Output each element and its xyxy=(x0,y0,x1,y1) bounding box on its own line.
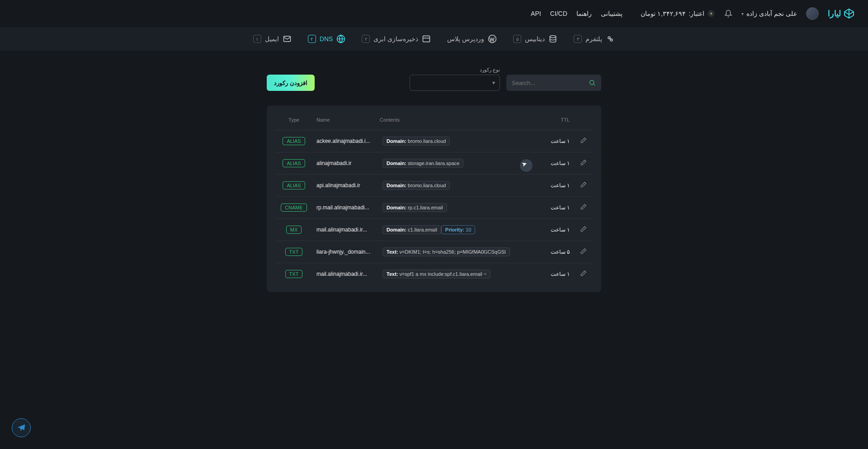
tab-database[interactable]: دیتابیس ۵ xyxy=(513,34,557,43)
record-contents: Domain: bromo.liara.cloud xyxy=(375,130,538,152)
record-contents: Text: v=spf1 a mx include:spf.c1.liara.e… xyxy=(375,263,538,285)
type-pill: TXT xyxy=(285,248,303,256)
th-name: Name xyxy=(312,110,375,130)
storage-icon xyxy=(422,34,431,43)
table-row: CNAMErp.mail.alinajmabadi...Domain: rp.c… xyxy=(276,197,592,219)
link-api[interactable]: API xyxy=(531,10,541,17)
th-type: Type xyxy=(276,110,312,130)
brand-logo[interactable]: لیارا xyxy=(828,8,854,19)
credit-display[interactable]: اعتبار: ۱,۳۴۲,۶۹۴ تومان xyxy=(641,9,716,18)
edit-icon[interactable] xyxy=(580,226,587,233)
type-pill: ALIAS xyxy=(283,181,305,189)
header-links: پشتیبانی راهنما CI/CD API xyxy=(531,10,623,17)
record-ttl: ۱ ساعت xyxy=(538,175,574,197)
tab-label: ایمیل xyxy=(265,35,279,43)
tab-label: ذخیره‌سازی ابری xyxy=(373,35,418,43)
main-content: نوع رکورد ▾ افزودن رکورد Type Name Conte… xyxy=(0,51,868,308)
user-name-text: علی نجم آبادی زاده xyxy=(746,10,797,17)
edit-icon[interactable] xyxy=(580,137,587,144)
edit-icon[interactable] xyxy=(580,181,587,189)
avatar[interactable] xyxy=(806,7,819,20)
telegram-icon xyxy=(17,423,26,432)
edit-icon[interactable] xyxy=(580,159,587,166)
tab-badge: ۵ xyxy=(513,35,521,43)
record-contents: Domain: bromo.liara.cloud xyxy=(375,175,538,197)
table-row: ALIASapi.alinajmabadi.irDomain: bromo.li… xyxy=(276,175,592,197)
top-header: لیارا علی نجم آبادی زاده ▾ اعتبار: ۱,۳۴۲… xyxy=(0,0,868,27)
chevron-down-icon: ▾ xyxy=(741,11,744,16)
tab-badge: ۲ xyxy=(308,35,316,43)
cube-icon xyxy=(844,8,854,19)
globe-icon xyxy=(336,34,345,43)
controls-row: نوع رکورد ▾ افزودن رکورد xyxy=(267,67,601,91)
record-type-select-wrap: نوع رکورد ▾ xyxy=(410,67,500,91)
search-input[interactable] xyxy=(512,80,585,86)
flash-icon xyxy=(707,9,715,18)
link-support[interactable]: پشتیبانی xyxy=(601,10,623,17)
record-name: mail.alinajmabadi.ir... xyxy=(312,263,375,285)
record-contents: Domain: c1.liara.emailPriority: 10 xyxy=(375,219,538,241)
record-ttl: ۵ ساعت xyxy=(538,241,574,263)
tab-email[interactable]: ایمیل ۱ xyxy=(253,34,292,43)
table-row: TXTliara-jhwnjy._domain...Text: v=DKIM1;… xyxy=(276,241,592,263)
record-name: liara-jhwnjy._domain... xyxy=(312,241,375,263)
tab-label: وردپرس پلاس xyxy=(447,35,484,43)
subnav: پلتفرم ۳ دیتابیس ۵ وردپرس پلاس ذخیره‌ساز… xyxy=(0,27,868,51)
record-type-select[interactable]: ▾ xyxy=(410,75,500,91)
wordpress-icon xyxy=(488,34,497,43)
link-cicd[interactable]: CI/CD xyxy=(550,10,567,17)
type-pill: MX xyxy=(286,226,302,234)
edit-icon[interactable] xyxy=(580,203,587,211)
brand-text: لیارا xyxy=(828,9,841,19)
database-icon xyxy=(548,34,557,43)
platform-icon xyxy=(606,34,615,43)
type-pill: TXT xyxy=(285,270,303,278)
select-label: نوع رکورد xyxy=(410,67,500,73)
record-name: api.alinajmabadi.ir xyxy=(312,175,375,197)
record-name: ackee.alinajmabadi.i... xyxy=(312,130,375,152)
th-ttl: TTL xyxy=(538,110,574,130)
tab-label: DNS xyxy=(320,35,333,43)
type-pill: ALIAS xyxy=(283,137,305,145)
record-ttl: ۱ ساعت xyxy=(538,263,574,285)
table-row: ALIASalinajmabadi.irDomain: storage.iran… xyxy=(276,152,592,175)
telegram-button[interactable] xyxy=(12,418,31,437)
record-contents: Domain: rp.c1.liara.email xyxy=(375,197,538,219)
svg-rect-5 xyxy=(423,36,430,42)
record-name: rp.mail.alinajmabadi... xyxy=(312,197,375,219)
svg-point-3 xyxy=(550,36,556,38)
svg-point-8 xyxy=(590,80,594,85)
user-menu[interactable]: علی نجم آبادی زاده ▾ xyxy=(741,10,797,17)
link-guide[interactable]: راهنما xyxy=(576,10,592,17)
add-record-button[interactable]: افزودن رکورد xyxy=(267,75,315,91)
table-row: MXmail.alinajmabadi.ir...Domain: c1.liar… xyxy=(276,219,592,241)
type-pill: ALIAS xyxy=(283,159,305,167)
record-ttl: ۱ ساعت xyxy=(538,152,574,175)
tab-label: پلتفرم xyxy=(585,35,602,43)
credit-label: اعتبار: xyxy=(689,10,704,17)
email-icon xyxy=(283,34,292,43)
table-row: TXTmail.alinajmabadi.ir...Text: v=spf1 a… xyxy=(276,263,592,285)
credit-amount: ۱,۳۴۲,۶۹۴ تومان xyxy=(641,10,686,17)
edit-icon[interactable] xyxy=(580,248,587,255)
record-ttl: ۱ ساعت xyxy=(538,130,574,152)
tab-platform[interactable]: پلتفرم ۳ xyxy=(574,34,615,43)
tab-label: دیتابیس xyxy=(525,35,545,43)
record-contents: Domain: storage.iran.liara.space xyxy=(375,152,538,175)
bell-icon[interactable] xyxy=(724,9,732,18)
tab-badge: ۳ xyxy=(574,35,582,43)
th-contents: Contents xyxy=(375,110,538,130)
tab-storage[interactable]: ذخیره‌سازی ابری ۲ xyxy=(362,34,431,43)
type-pill: CNAME xyxy=(281,203,307,212)
record-contents: Text: v=DKIM1; t=s; h=sha256; p=MIGfMA0G… xyxy=(375,241,538,263)
record-ttl: ۱ ساعت xyxy=(538,197,574,219)
search-icon xyxy=(589,79,596,87)
records-table-card: Type Name Contents TTL ALIASackee.alinaj… xyxy=(267,105,601,292)
record-name: alinajmabadi.ir xyxy=(312,152,375,175)
edit-icon[interactable] xyxy=(580,270,587,277)
record-ttl: ۱ ساعت xyxy=(538,219,574,241)
search-box xyxy=(506,75,601,91)
records-table: Type Name Contents TTL ALIASackee.alinaj… xyxy=(276,110,592,285)
tab-wordpress[interactable]: وردپرس پلاس xyxy=(447,34,497,43)
tab-dns[interactable]: DNS ۲ xyxy=(308,34,346,43)
